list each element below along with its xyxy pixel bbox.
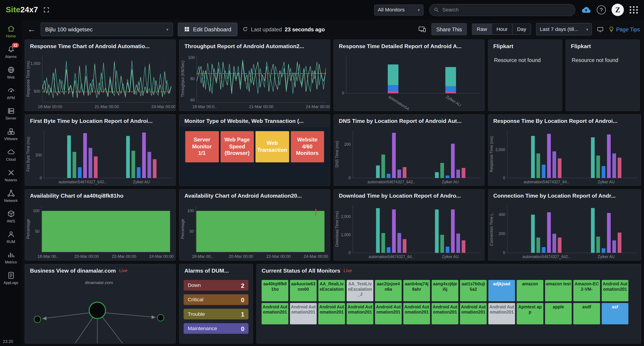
svg-text:Percentage: Percentage xyxy=(180,219,185,239)
svg-text:18-Mar 00..: 18-Mar 00.. xyxy=(37,254,58,259)
monitor-type-tile[interactable]: Web Page Speed(Browser) xyxy=(220,131,254,162)
svg-text:2,000: 2,000 xyxy=(496,148,505,152)
response-time-detailed-canvas[interactable]: 0automation54..Zylker AU xyxy=(334,52,484,111)
sidebar-item-web[interactable]: Web xyxy=(0,63,22,82)
svg-text:24-Mar 00:00: 24-Mar 00:00 xyxy=(306,104,330,109)
sidebar-item-rum[interactable]: RUM xyxy=(0,228,22,246)
monitor-type-tiles: Server Monitor1/1Web Page Speed(Browser)… xyxy=(180,127,330,186)
monitor-status-tile[interactable]: Android Automation201 xyxy=(318,303,345,324)
apps-grid-icon[interactable] xyxy=(630,6,638,14)
edit-dashboard-button[interactable]: Edit Dashboard xyxy=(178,22,237,36)
refresh-icon[interactable] xyxy=(242,27,248,32)
sidebar-item-aws[interactable]: AWS xyxy=(0,207,22,226)
response-time-chart-canvas[interactable]: Response Time (ms)5001,00018-Mar 00:0021… xyxy=(25,52,175,111)
monitor-status-tile[interactable]: Android Automation201 xyxy=(262,303,288,324)
tv-mode-icon[interactable] xyxy=(597,26,604,33)
monitor-status-tile[interactable]: apple xyxy=(545,303,572,324)
sidebar-item-apm[interactable]: APM xyxy=(0,84,22,103)
monitor-status-tile[interactable]: adjkjsad xyxy=(488,280,515,301)
logo-site: Site xyxy=(6,5,20,14)
monitor-status-tile[interactable]: Android Automation201 xyxy=(375,303,402,324)
availability-chart-canvas-2[interactable]: Percentage5010018-Mar 00..20-Mar 00:0022… xyxy=(180,202,330,260)
monitor-status-tile[interactable]: Android Automation201 xyxy=(432,303,458,324)
dashboard-select[interactable]: Bijlu 100 widgetsec ▾ xyxy=(41,22,173,36)
widget-availability-1: Availability Chart of aa40tqi8fk81ho Per… xyxy=(24,189,176,261)
sidebar-item-server[interactable]: Server xyxy=(0,105,22,123)
svg-text:Throughput (KB/Sec): Throughput (KB/Sec) xyxy=(180,61,185,97)
back-button[interactable]: ← xyxy=(28,25,36,33)
monitor-status-tile[interactable]: Apmtest app xyxy=(517,303,544,324)
svg-text:automation54674327_64..: automation54674327_64.. xyxy=(524,180,569,184)
monitor-type-tile[interactable]: Server Monitor1/1 xyxy=(185,131,219,162)
grid-layout-icon xyxy=(184,27,190,32)
monitor-status-tile[interactable]: AA_RealLiveEscalation xyxy=(318,280,345,301)
svg-text:60: 60 xyxy=(190,98,195,102)
sidebar-item-metrics[interactable]: Metrics xyxy=(0,248,22,267)
business-view-node[interactable] xyxy=(157,314,164,321)
search-input[interactable] xyxy=(442,7,571,13)
connection-time-chart-canvas[interactable]: Connection Time (..0200400automation5467… xyxy=(488,202,641,260)
granularity-hour[interactable]: Hour xyxy=(492,24,512,35)
user-person-icon xyxy=(7,230,15,239)
monitor-status-tile[interactable]: aang4xzj6jei5j xyxy=(432,280,458,301)
chevron-down-icon: ▾ xyxy=(586,27,588,31)
monitor-status-tile[interactable]: Android Automation201 xyxy=(404,303,430,324)
alarm-severity-row[interactable]: Critical0 xyxy=(184,294,248,305)
granularity-day[interactable]: Day xyxy=(512,24,531,35)
throughput-chart-canvas[interactable]: Throughput (KB/Sec)608010018-Mar 00:0..2… xyxy=(180,52,330,111)
monitor-status-tile[interactable]: Android Automation201 xyxy=(488,303,515,324)
page-tips-button[interactable]: Page Tips xyxy=(609,26,640,33)
first-byte-chart-canvas[interactable]: First Byte Time (ms)0200automation546743… xyxy=(25,127,175,186)
share-this-button[interactable]: Share This xyxy=(431,23,467,35)
monitor-status-tile[interactable]: aac2ijxjoe4n6a xyxy=(375,280,402,301)
user-avatar[interactable]: Z xyxy=(612,4,624,16)
monitor-status-tile[interactable]: Amazon-EC2-VM- xyxy=(573,280,600,301)
monitor-status-tile[interactable]: aa40tqi8fk81ho xyxy=(262,280,288,301)
business-view-root-node[interactable] xyxy=(89,302,106,318)
dns-time-chart-canvas[interactable]: DNS Time (ms)0200automation54674327_642.… xyxy=(334,127,484,186)
fullscreen-expand-icon[interactable] xyxy=(43,7,50,13)
availability-chart-canvas-1[interactable]: Percentage5010018-Mar 00..20-Mar 00:0022… xyxy=(25,202,175,260)
monitor-status-tile[interactable]: amazon xyxy=(517,280,544,301)
monitor-scope-select[interactable]: All Monitors ▾ xyxy=(374,4,423,16)
svg-text:dinamalar.com: dinamalar.com xyxy=(85,280,113,285)
monitor-status-tile[interactable]: amazon test xyxy=(545,280,572,301)
monitor-type-tile[interactable]: Web Transaction xyxy=(255,131,289,162)
alarm-severity-row[interactable]: Maintenance0 xyxy=(184,323,248,334)
monitor-status-tile[interactable]: Android Automation201 xyxy=(290,303,317,324)
svg-text:0: 0 xyxy=(503,250,505,255)
help-icon[interactable]: ? xyxy=(597,5,606,14)
alarm-severity-row[interactable]: Trouble1 xyxy=(184,309,248,319)
monitor-status-tile[interactable]: aat1s7b0uji5a2 xyxy=(460,280,486,301)
responsive-devices-icon[interactable] xyxy=(418,26,426,33)
monitor-type-tile[interactable]: Website4/60 Monitors xyxy=(290,131,324,162)
sidebar-item-alarms[interactable]: 22 Alarms xyxy=(0,43,22,61)
response-by-location-canvas[interactable]: Response Time (ms)02,000automation546743… xyxy=(488,127,641,186)
business-view-diagram[interactable]: dinamalar.com xyxy=(25,277,175,344)
download-time-chart-canvas[interactable]: Download Time (ms)01,0002,000automation5… xyxy=(334,202,484,260)
sidebar-item-applogs[interactable]: AppLogs xyxy=(0,269,22,287)
time-range-select[interactable]: Last 7 days (till... ▾ xyxy=(536,23,592,35)
sidebar-item-nutanix[interactable]: Nutanix xyxy=(0,166,22,185)
sidebar-item-vmware[interactable]: VMware xyxy=(0,125,22,143)
monitor-status-tile[interactable]: aanb4oq74j8ahr xyxy=(404,280,430,301)
site24x7-logo[interactable]: Site24x7 xyxy=(6,5,38,14)
monitor-status-tile[interactable]: Android Automation201 xyxy=(460,303,486,324)
monitor-status-tile[interactable]: Android Automation201 xyxy=(602,280,628,301)
sidebar-item-network[interactable]: Network xyxy=(0,187,22,205)
widget-title: Download Time by Location Report of Andr… xyxy=(339,193,461,199)
cloud-sync-icon[interactable] xyxy=(581,6,591,14)
business-view-node[interactable] xyxy=(34,316,40,322)
sidebar-item-cloud[interactable]: Cloud xyxy=(0,145,22,164)
alarm-severity-row[interactable]: Down2 xyxy=(184,280,248,291)
search-box[interactable] xyxy=(429,4,575,16)
monitor-status-tile[interactable]: aa4uuciw63nm00 xyxy=(290,280,317,301)
widget-title: Availability Chart of aa40tqi8fk81ho xyxy=(30,193,124,199)
svg-text:DNS Time (ms): DNS Time (ms) xyxy=(335,141,339,167)
monitor-status-tile[interactable]: AA_TestLiveEscalation_J xyxy=(346,280,373,301)
monitor-status-tile[interactable]: Android Automation201 xyxy=(346,303,373,324)
sidebar-item-home[interactable]: Home xyxy=(0,22,22,41)
monitor-status-tile[interactable]: asf xyxy=(602,303,628,324)
granularity-raw[interactable]: Raw xyxy=(472,24,492,35)
monitor-status-tile[interactable]: asdf xyxy=(573,303,600,324)
